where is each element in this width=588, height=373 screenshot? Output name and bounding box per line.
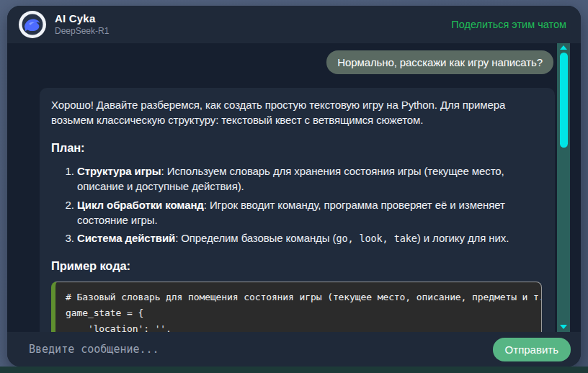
assistant-message: Хорошо! Давайте разберемся, как создать … (40, 88, 555, 332)
chat-window: AI Cyka DeepSeek-R1 Поделиться этим чато… (7, 6, 581, 367)
window-bottom-edge (0, 367, 588, 373)
code-heading: Пример кода: (51, 258, 542, 274)
share-chat-link[interactable]: Поделиться этим чатом (451, 19, 566, 30)
user-message-row: Нормально, расскажи как игру написать? (7, 43, 581, 74)
chat-scrollbar[interactable] (557, 43, 570, 332)
plan-item: Цикл обработки команд: Игрок вводит кома… (77, 197, 542, 228)
message-composer: Отправить (7, 332, 581, 367)
scrollbar-down-arrow-icon[interactable] (560, 325, 567, 329)
plan-item: Система действий: Определим базовые кома… (77, 230, 542, 246)
code-block[interactable]: # Базовый словарь для помещения состояни… (51, 282, 542, 332)
chat-header: AI Cyka DeepSeek-R1 Поделиться этим чато… (7, 6, 581, 43)
message-input[interactable] (29, 343, 493, 356)
assistant-intro-paragraph: Хорошо! Давайте разберемся, как создать … (51, 97, 542, 128)
scrollbar-up-arrow-icon[interactable] (560, 45, 567, 50)
plan-heading: План: (51, 140, 542, 156)
plan-list: Структура игры: Используем словарь для х… (51, 163, 542, 246)
user-message-bubble: Нормально, расскажи как игру написать? (326, 50, 553, 74)
chat-scroll-area[interactable]: Нормально, расскажи как игру написать? Х… (7, 43, 581, 332)
scrollbar-thumb[interactable] (560, 53, 568, 148)
header-titles: AI Cyka DeepSeek-R1 (55, 12, 109, 36)
deepseek-whale-logo-icon (19, 11, 46, 38)
model-name: DeepSeek-R1 (55, 27, 109, 37)
send-button[interactable]: Отправить (493, 338, 571, 361)
plan-item: Структура игры: Используем словарь для х… (77, 163, 542, 194)
app-title: AI Cyka (55, 12, 109, 24)
